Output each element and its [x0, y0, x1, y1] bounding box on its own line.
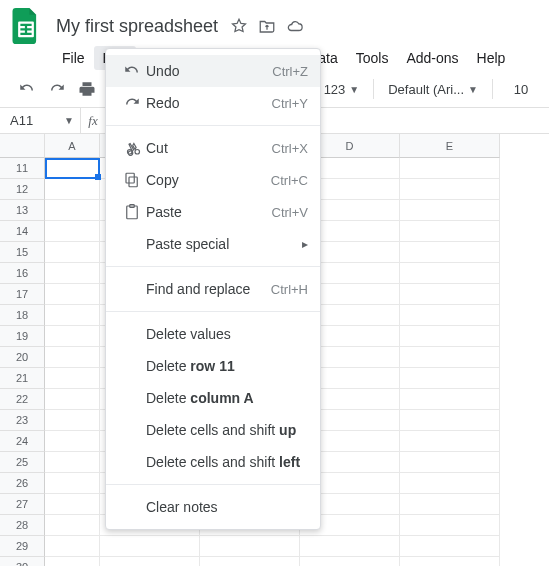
menu-clear-notes[interactable]: Clear notes [106, 491, 320, 523]
menu-delete-values[interactable]: Delete values [106, 318, 320, 350]
menu-copy[interactable]: Copy Ctrl+C [106, 164, 320, 196]
row-header[interactable]: 22 [0, 389, 45, 410]
cell[interactable] [400, 179, 500, 200]
cell[interactable] [300, 557, 400, 566]
cell[interactable] [400, 221, 500, 242]
cell[interactable] [45, 158, 100, 179]
row-header[interactable]: 12 [0, 179, 45, 200]
cell[interactable] [45, 410, 100, 431]
move-icon[interactable] [258, 17, 276, 35]
redo-button[interactable] [44, 76, 70, 102]
menu-tools[interactable]: Tools [347, 46, 398, 70]
star-icon[interactable] [230, 17, 248, 35]
number-format-dropdown[interactable]: 123 ▼ [318, 76, 366, 102]
menu-help[interactable]: Help [468, 46, 515, 70]
cell[interactable] [400, 473, 500, 494]
cell[interactable] [45, 200, 100, 221]
row-header[interactable]: 29 [0, 536, 45, 557]
print-button[interactable] [74, 76, 100, 102]
row-header[interactable]: 11 [0, 158, 45, 179]
column-header-A[interactable]: A [45, 134, 100, 158]
cell[interactable] [400, 284, 500, 305]
row-header[interactable]: 25 [0, 452, 45, 473]
cell[interactable] [45, 326, 100, 347]
cell[interactable] [100, 536, 200, 557]
cell[interactable] [200, 536, 300, 557]
row-header[interactable]: 17 [0, 284, 45, 305]
menu-undo[interactable]: Undo Ctrl+Z [106, 55, 320, 87]
row-header[interactable]: 14 [0, 221, 45, 242]
row-header[interactable]: 26 [0, 473, 45, 494]
cell[interactable] [400, 452, 500, 473]
font-family-dropdown[interactable]: Default (Ari... ▼ [382, 76, 484, 102]
name-box[interactable]: A11 ▼ [0, 113, 80, 128]
cell[interactable] [45, 557, 100, 566]
cell[interactable] [45, 368, 100, 389]
cell[interactable] [45, 221, 100, 242]
menu-delete-row[interactable]: Delete row 11 [106, 350, 320, 382]
sheets-logo[interactable] [8, 8, 44, 44]
cloud-status-icon[interactable] [286, 17, 304, 35]
cell[interactable] [100, 557, 200, 566]
menu-cut[interactable]: Cut Ctrl+X [106, 132, 320, 164]
menu-delete-column[interactable]: Delete column A [106, 382, 320, 414]
cell[interactable] [45, 452, 100, 473]
row-header[interactable]: 15 [0, 242, 45, 263]
cell[interactable] [400, 263, 500, 284]
cell[interactable] [45, 494, 100, 515]
font-size-field[interactable]: 10 [501, 76, 541, 102]
cell[interactable] [400, 305, 500, 326]
menu-find-replace[interactable]: Find and replace Ctrl+H [106, 273, 320, 305]
cell[interactable] [400, 326, 500, 347]
cell[interactable] [400, 389, 500, 410]
cell[interactable] [200, 557, 300, 566]
cell[interactable] [400, 347, 500, 368]
cell[interactable] [45, 284, 100, 305]
cell[interactable] [400, 368, 500, 389]
cell[interactable] [400, 200, 500, 221]
menu-delete-shift-up[interactable]: Delete cells and shift up [106, 414, 320, 446]
menu-paste[interactable]: Paste Ctrl+V [106, 196, 320, 228]
cell[interactable] [45, 305, 100, 326]
cell[interactable] [400, 410, 500, 431]
row-header[interactable]: 24 [0, 431, 45, 452]
select-all-corner[interactable] [0, 134, 45, 158]
cell[interactable] [300, 536, 400, 557]
menu-file[interactable]: File [53, 46, 94, 70]
cell[interactable] [45, 515, 100, 536]
undo-button[interactable] [14, 76, 40, 102]
row-header[interactable]: 16 [0, 263, 45, 284]
cell[interactable] [45, 242, 100, 263]
row-header[interactable]: 20 [0, 347, 45, 368]
edit-menu-dropdown: Undo Ctrl+Z Redo Ctrl+Y Cut Ctrl+X Copy … [105, 48, 321, 530]
cell[interactable] [45, 473, 100, 494]
svg-rect-2 [126, 173, 134, 183]
menu-addons[interactable]: Add-ons [397, 46, 467, 70]
cell[interactable] [45, 389, 100, 410]
cell[interactable] [400, 557, 500, 566]
row-header[interactable]: 18 [0, 305, 45, 326]
row-header[interactable]: 27 [0, 494, 45, 515]
menu-redo[interactable]: Redo Ctrl+Y [106, 87, 320, 119]
cell[interactable] [400, 536, 500, 557]
menu-paste-special[interactable]: Paste special ▸ [106, 228, 320, 260]
row-header[interactable]: 30 [0, 557, 45, 566]
cell[interactable] [400, 158, 500, 179]
row-header[interactable]: 13 [0, 200, 45, 221]
cell[interactable] [400, 242, 500, 263]
cell[interactable] [45, 347, 100, 368]
menu-delete-shift-left[interactable]: Delete cells and shift left [106, 446, 320, 478]
row-header[interactable]: 21 [0, 368, 45, 389]
row-header[interactable]: 19 [0, 326, 45, 347]
cell[interactable] [45, 431, 100, 452]
row-header[interactable]: 23 [0, 410, 45, 431]
column-header-E[interactable]: E [400, 134, 500, 158]
cell[interactable] [45, 263, 100, 284]
cell[interactable] [45, 536, 100, 557]
cell[interactable] [400, 431, 500, 452]
cell[interactable] [45, 179, 100, 200]
doc-title[interactable]: My first spreadsheet [52, 14, 222, 39]
row-header[interactable]: 28 [0, 515, 45, 536]
cell[interactable] [400, 494, 500, 515]
cell[interactable] [400, 515, 500, 536]
